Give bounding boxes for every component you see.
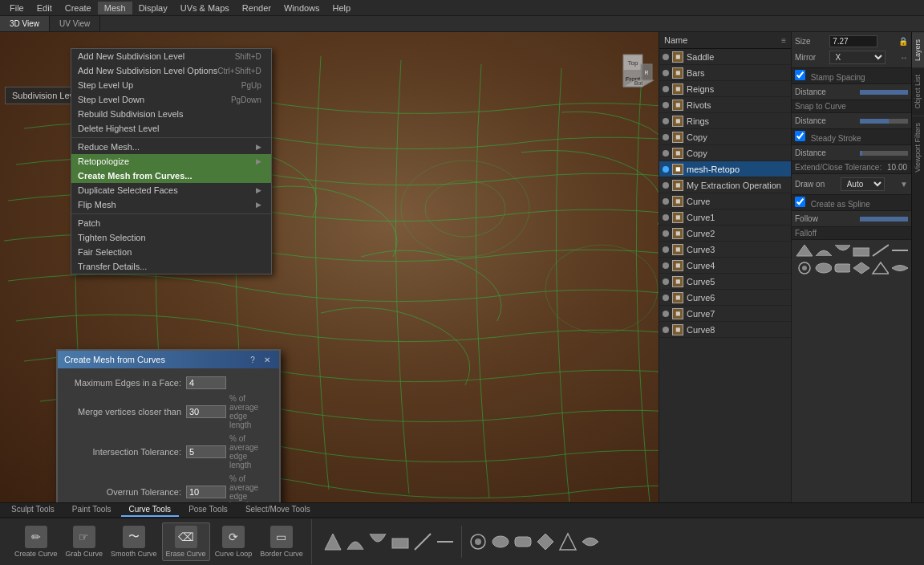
obj-visibility-dot[interactable]	[663, 134, 669, 140]
obj-visibility-dot[interactable]	[663, 166, 669, 173]
menu-render[interactable]: Render	[236, 2, 278, 14]
menu-create[interactable]: Create	[59, 2, 98, 14]
ttab-select-move[interactable]: Select/Move Tools	[237, 503, 318, 517]
overrun-input[interactable]	[186, 486, 226, 498]
object-list-item-17[interactable]: ◼ Curve8	[659, 322, 791, 338]
obj-visibility-dot[interactable]	[663, 70, 669, 76]
menu-windows[interactable]: Windows	[278, 2, 326, 14]
object-list-item-12[interactable]: ◼ Curve3	[659, 242, 791, 258]
dd-step-up[interactable]: Step Level Up PgUp	[71, 78, 271, 92]
object-list-item-2[interactable]: ◼ Reigns	[659, 81, 791, 97]
brush-falloff-1[interactable]	[323, 532, 342, 551]
dd-patch[interactable]: Patch	[71, 216, 271, 230]
obj-visibility-dot[interactable]	[663, 311, 669, 317]
ttab-paint[interactable]: Paint Tools	[64, 503, 120, 517]
dd-add-subdiv[interactable]: Add New Subdivision Level Shift+D	[71, 49, 271, 63]
dialog-titlebar[interactable]: Create Mesh from Curves ? ✕	[58, 351, 279, 368]
mirror-flip-icon[interactable]: ↔	[900, 53, 908, 62]
mirror-select[interactable]: XYNone	[829, 51, 886, 64]
dd-create-mesh-curves[interactable]: Create Mesh from Curves...	[71, 169, 271, 183]
object-list-item-5[interactable]: ◼ Copy	[659, 129, 791, 145]
ttab-curve[interactable]: Curve Tools	[121, 503, 180, 517]
obj-visibility-dot[interactable]	[663, 182, 669, 189]
size-lock-icon[interactable]: 🔒	[898, 37, 908, 46]
navigation-cube[interactable]: Top Front R Bot	[612, 53, 654, 95]
object-list-item-15[interactable]: ◼ Curve6	[659, 290, 791, 306]
menu-mesh[interactable]: Mesh	[98, 2, 132, 14]
curve-tool-border-curve[interactable]: ▭ Border Curve	[257, 523, 306, 560]
dd-delete-highest[interactable]: Delete Highest Level	[71, 121, 271, 136]
obj-visibility-dot[interactable]	[663, 246, 669, 253]
brush-falloff-6[interactable]	[436, 532, 455, 551]
dialog-close-icon[interactable]: ✕	[261, 354, 273, 365]
obj-visibility-dot[interactable]	[663, 327, 669, 333]
draw-on-expand[interactable]: ▼	[900, 180, 908, 189]
draw-on-select[interactable]: AutoSurface	[841, 177, 885, 191]
vtab-object-list[interactable]: Object List	[912, 67, 924, 116]
obj-visibility-dot[interactable]	[663, 262, 669, 269]
falloff-icon-12[interactable]	[890, 261, 908, 275]
object-list-item-9[interactable]: ◼ Curve	[659, 193, 791, 209]
brush-shape-4[interactable]	[536, 532, 555, 551]
brush-shape-3[interactable]	[513, 532, 533, 551]
dd-retopologize[interactable]: Retopologize	[71, 154, 271, 169]
object-list-item-14[interactable]: ◼ Curve5	[659, 274, 791, 290]
brush-shape-1[interactable]	[468, 532, 488, 551]
object-list-item-10[interactable]: ◼ Curve1	[659, 209, 791, 226]
dd-duplicate-faces[interactable]: Duplicate Selected Faces	[71, 183, 271, 197]
obj-visibility-dot[interactable]	[663, 230, 669, 237]
falloff-icon-2[interactable]	[814, 243, 832, 258]
create-spline-checkbox[interactable]	[795, 197, 805, 207]
falloff-icon-7[interactable]	[795, 261, 813, 275]
falloff-icon-6[interactable]	[890, 243, 908, 258]
curve-tool-erase-curve[interactable]: ⌫ Erase Curve	[162, 522, 210, 561]
object-list-item-0[interactable]: ◼ Saddle	[659, 49, 791, 65]
menu-uvs-maps[interactable]: UVs & Maps	[174, 2, 236, 14]
intersection-input[interactable]	[186, 445, 226, 458]
falloff-icon-10[interactable]	[852, 261, 869, 275]
dd-reduce-mesh[interactable]: Reduce Mesh...	[71, 140, 271, 154]
ttab-pose[interactable]: Pose Tools	[180, 503, 236, 517]
steady-stroke-checkbox[interactable]	[795, 131, 805, 141]
dd-add-subdiv-opts[interactable]: Add New Subdivision Level Options Ctrl+S…	[71, 63, 271, 78]
obj-visibility-dot[interactable]	[663, 214, 669, 221]
viewport-3d[interactable]: Subdivision Levels Top Front R Bot Add N…	[0, 32, 659, 502]
steady-distance-slider[interactable]	[860, 151, 908, 156]
vtab-layers[interactable]: Layers	[912, 32, 924, 67]
falloff-icon-11[interactable]	[871, 261, 889, 275]
object-list-sort-icon[interactable]: ≡	[781, 36, 786, 45]
snap-distance-slider[interactable]	[860, 119, 908, 124]
obj-visibility-dot[interactable]	[663, 295, 669, 301]
brush-falloff-2[interactable]	[346, 532, 365, 551]
obj-visibility-dot[interactable]	[663, 54, 669, 60]
object-list-item-1[interactable]: ◼ Bars	[659, 65, 791, 81]
tab-3d-view[interactable]: 3D View	[0, 16, 50, 31]
stamp-spacing-checkbox[interactable]	[795, 70, 805, 80]
ttab-sculpt[interactable]: Sculpt Tools	[3, 503, 63, 517]
curve-tool-curve-loop[interactable]: ⟳ Curve Loop	[212, 523, 256, 560]
dd-flip-mesh[interactable]: Flip Mesh	[71, 197, 271, 212]
dd-fair-selection[interactable]: Fair Selection	[71, 245, 271, 259]
brush-shape-5[interactable]	[558, 532, 578, 551]
obj-visibility-dot[interactable]	[663, 198, 669, 205]
vtab-viewport-filters[interactable]: Viewport Filters	[912, 116, 924, 179]
dd-rebuild[interactable]: Rebuild Subdivision Levels	[71, 107, 271, 121]
obj-visibility-dot[interactable]	[663, 86, 669, 92]
falloff-icon-1[interactable]	[795, 243, 813, 258]
obj-visibility-dot[interactable]	[663, 118, 669, 124]
menu-edit[interactable]: Edit	[30, 2, 59, 14]
falloff-icon-5[interactable]	[871, 243, 889, 258]
object-list-item-11[interactable]: ◼ Curve2	[659, 226, 791, 242]
object-list-item-8[interactable]: ◼ My Extraction Operation	[659, 177, 791, 193]
falloff-icon-8[interactable]	[814, 261, 832, 275]
obj-visibility-dot[interactable]	[663, 150, 669, 156]
menu-file[interactable]: File	[3, 2, 30, 14]
dd-step-down[interactable]: Step Level Down PgDown	[71, 92, 271, 107]
menu-display[interactable]: Display	[132, 2, 174, 14]
obj-visibility-dot[interactable]	[663, 278, 669, 285]
curve-tool-create-curve[interactable]: ✏ Create Curve	[11, 523, 61, 560]
object-list-item-16[interactable]: ◼ Curve7	[659, 306, 791, 322]
stamp-distance-slider[interactable]	[860, 90, 908, 95]
object-list-item-13[interactable]: ◼ Curve4	[659, 258, 791, 274]
tab-uv-view[interactable]: UV View	[50, 16, 100, 31]
